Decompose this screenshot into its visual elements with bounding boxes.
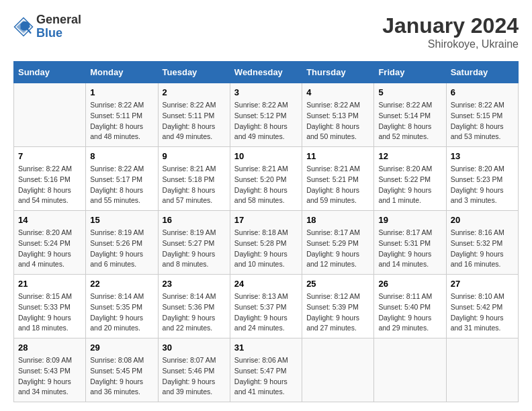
day-info: Sunrise: 8:20 AMSunset: 5:22 PMDaylight:… bbox=[378, 164, 441, 206]
day-cell: 27Sunrise: 8:10 AMSunset: 5:42 PMDayligh… bbox=[446, 275, 518, 338]
day-cell: 28Sunrise: 8:09 AMSunset: 5:43 PMDayligh… bbox=[14, 338, 86, 402]
day-cell: 11Sunrise: 8:21 AMSunset: 5:21 PMDayligh… bbox=[302, 147, 374, 211]
day-info: Sunrise: 8:13 AMSunset: 5:37 PMDaylight:… bbox=[234, 291, 298, 334]
day-number: 23 bbox=[163, 279, 226, 289]
day-cell: 6Sunrise: 8:22 AMSunset: 5:15 PMDaylight… bbox=[446, 83, 518, 147]
day-cell bbox=[302, 338, 374, 402]
day-cell: 30Sunrise: 8:07 AMSunset: 5:46 PMDayligh… bbox=[158, 338, 230, 402]
day-cell: 24Sunrise: 8:13 AMSunset: 5:37 PMDayligh… bbox=[230, 275, 302, 338]
day-number: 17 bbox=[234, 215, 298, 225]
day-cell: 7Sunrise: 8:22 AMSunset: 5:16 PMDaylight… bbox=[14, 147, 86, 211]
day-info: Sunrise: 8:15 AMSunset: 5:33 PMDaylight:… bbox=[18, 291, 81, 334]
day-info: Sunrise: 8:07 AMSunset: 5:46 PMDaylight:… bbox=[163, 355, 226, 398]
day-cell: 20Sunrise: 8:16 AMSunset: 5:32 PMDayligh… bbox=[446, 211, 518, 275]
day-number: 22 bbox=[90, 279, 153, 289]
day-number: 26 bbox=[378, 279, 441, 289]
title-block: January 2024 Shirokoye, Ukraine bbox=[382, 13, 519, 50]
day-number: 7 bbox=[18, 151, 81, 161]
day-info: Sunrise: 8:16 AMSunset: 5:32 PMDaylight:… bbox=[451, 228, 514, 270]
day-number: 9 bbox=[163, 151, 226, 161]
day-cell: 23Sunrise: 8:14 AMSunset: 5:36 PMDayligh… bbox=[158, 275, 230, 338]
day-info: Sunrise: 8:17 AMSunset: 5:29 PMDaylight:… bbox=[306, 228, 369, 270]
day-number: 20 bbox=[451, 215, 514, 225]
column-header-sunday: Sunday bbox=[14, 62, 86, 83]
day-cell: 4Sunrise: 8:22 AMSunset: 5:13 PMDaylight… bbox=[302, 83, 374, 147]
day-cell: 19Sunrise: 8:17 AMSunset: 5:31 PMDayligh… bbox=[374, 211, 446, 275]
page-title: January 2024 bbox=[382, 13, 519, 38]
day-number: 28 bbox=[18, 342, 81, 353]
day-number: 18 bbox=[306, 215, 369, 225]
day-cell: 29Sunrise: 8:08 AMSunset: 5:45 PMDayligh… bbox=[86, 338, 158, 402]
day-info: Sunrise: 8:12 AMSunset: 5:39 PMDaylight:… bbox=[306, 291, 369, 334]
day-number: 29 bbox=[90, 342, 153, 353]
calendar-table: SundayMondayTuesdayWednesdayThursdayFrid… bbox=[13, 61, 519, 402]
day-info: Sunrise: 8:06 AMSunset: 5:47 PMDaylight:… bbox=[234, 355, 298, 398]
day-info: Sunrise: 8:08 AMSunset: 5:45 PMDaylight:… bbox=[90, 355, 153, 398]
column-header-thursday: Thursday bbox=[302, 62, 374, 83]
column-header-friday: Friday bbox=[374, 62, 446, 83]
week-row-4: 21Sunrise: 8:15 AMSunset: 5:33 PMDayligh… bbox=[14, 275, 519, 338]
day-cell: 9Sunrise: 8:21 AMSunset: 5:18 PMDaylight… bbox=[158, 147, 230, 211]
column-header-wednesday: Wednesday bbox=[230, 62, 302, 83]
day-info: Sunrise: 8:22 AMSunset: 5:16 PMDaylight:… bbox=[18, 164, 81, 206]
logo-general: General bbox=[36, 13, 81, 27]
day-info: Sunrise: 8:14 AMSunset: 5:36 PMDaylight:… bbox=[163, 291, 226, 334]
day-info: Sunrise: 8:20 AMSunset: 5:23 PMDaylight:… bbox=[451, 164, 514, 206]
day-info: Sunrise: 8:14 AMSunset: 5:35 PMDaylight:… bbox=[90, 291, 153, 334]
day-cell: 31Sunrise: 8:06 AMSunset: 5:47 PMDayligh… bbox=[230, 338, 302, 402]
day-number: 5 bbox=[378, 87, 441, 97]
day-info: Sunrise: 8:21 AMSunset: 5:21 PMDaylight:… bbox=[306, 164, 369, 206]
day-cell: 26Sunrise: 8:11 AMSunset: 5:40 PMDayligh… bbox=[374, 275, 446, 338]
day-number: 15 bbox=[90, 215, 153, 225]
week-row-3: 14Sunrise: 8:20 AMSunset: 5:24 PMDayligh… bbox=[14, 211, 519, 275]
day-cell: 10Sunrise: 8:21 AMSunset: 5:20 PMDayligh… bbox=[230, 147, 302, 211]
week-row-5: 28Sunrise: 8:09 AMSunset: 5:43 PMDayligh… bbox=[14, 338, 519, 402]
day-info: Sunrise: 8:22 AMSunset: 5:11 PMDaylight:… bbox=[90, 100, 153, 142]
day-info: Sunrise: 8:22 AMSunset: 5:15 PMDaylight:… bbox=[451, 100, 514, 142]
day-number: 16 bbox=[163, 215, 226, 225]
logo: General Blue bbox=[13, 13, 81, 40]
day-cell bbox=[446, 338, 518, 402]
day-info: Sunrise: 8:19 AMSunset: 5:26 PMDaylight:… bbox=[90, 228, 153, 270]
day-info: Sunrise: 8:18 AMSunset: 5:28 PMDaylight:… bbox=[234, 228, 298, 270]
day-info: Sunrise: 8:22 AMSunset: 5:13 PMDaylight:… bbox=[306, 100, 369, 142]
day-number: 31 bbox=[234, 342, 298, 353]
day-cell: 5Sunrise: 8:22 AMSunset: 5:14 PMDaylight… bbox=[374, 83, 446, 147]
week-row-2: 7Sunrise: 8:22 AMSunset: 5:16 PMDaylight… bbox=[14, 147, 519, 211]
logo-text: General Blue bbox=[36, 13, 81, 40]
day-number: 19 bbox=[378, 215, 441, 225]
day-cell: 13Sunrise: 8:20 AMSunset: 5:23 PMDayligh… bbox=[446, 147, 518, 211]
day-info: Sunrise: 8:21 AMSunset: 5:20 PMDaylight:… bbox=[234, 164, 298, 206]
day-info: Sunrise: 8:11 AMSunset: 5:40 PMDaylight:… bbox=[378, 291, 441, 334]
column-header-saturday: Saturday bbox=[446, 62, 518, 83]
day-number: 13 bbox=[451, 151, 514, 161]
column-header-monday: Monday bbox=[86, 62, 158, 83]
day-number: 4 bbox=[306, 87, 369, 97]
day-number: 12 bbox=[378, 151, 441, 161]
day-info: Sunrise: 8:21 AMSunset: 5:18 PMDaylight:… bbox=[163, 164, 226, 206]
day-cell bbox=[374, 338, 446, 402]
calendar-header-row: SundayMondayTuesdayWednesdayThursdayFrid… bbox=[14, 62, 519, 83]
day-number: 27 bbox=[451, 279, 514, 289]
week-row-1: 1Sunrise: 8:22 AMSunset: 5:11 PMDaylight… bbox=[14, 83, 519, 147]
day-cell: 1Sunrise: 8:22 AMSunset: 5:11 PMDaylight… bbox=[86, 83, 158, 147]
day-info: Sunrise: 8:22 AMSunset: 5:11 PMDaylight:… bbox=[163, 100, 226, 142]
day-number: 1 bbox=[90, 87, 153, 97]
day-cell: 15Sunrise: 8:19 AMSunset: 5:26 PMDayligh… bbox=[86, 211, 158, 275]
day-number: 8 bbox=[90, 151, 153, 161]
day-info: Sunrise: 8:22 AMSunset: 5:17 PMDaylight:… bbox=[90, 164, 153, 206]
day-cell: 16Sunrise: 8:19 AMSunset: 5:27 PMDayligh… bbox=[158, 211, 230, 275]
column-header-tuesday: Tuesday bbox=[158, 62, 230, 83]
day-number: 6 bbox=[451, 87, 514, 97]
day-number: 11 bbox=[306, 151, 369, 161]
day-number: 10 bbox=[234, 151, 298, 161]
day-cell bbox=[14, 83, 86, 147]
day-cell: 14Sunrise: 8:20 AMSunset: 5:24 PMDayligh… bbox=[14, 211, 86, 275]
day-cell: 2Sunrise: 8:22 AMSunset: 5:11 PMDaylight… bbox=[158, 83, 230, 147]
logo-blue: Blue bbox=[36, 27, 81, 40]
day-number: 21 bbox=[18, 279, 81, 289]
day-number: 30 bbox=[163, 342, 226, 353]
page-subtitle: Shirokoye, Ukraine bbox=[382, 38, 519, 50]
day-cell: 25Sunrise: 8:12 AMSunset: 5:39 PMDayligh… bbox=[302, 275, 374, 338]
day-cell: 8Sunrise: 8:22 AMSunset: 5:17 PMDaylight… bbox=[86, 147, 158, 211]
